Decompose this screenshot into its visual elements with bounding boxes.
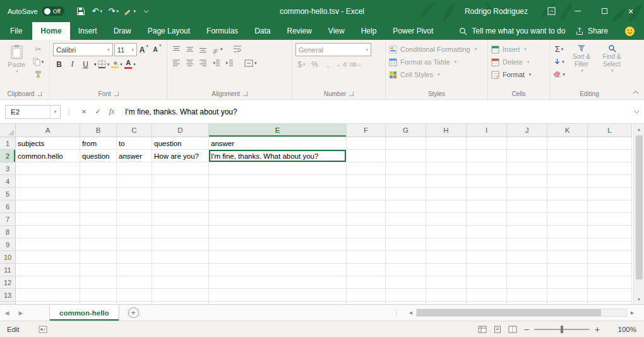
zoom-out-button[interactable]: −: [520, 324, 533, 334]
cell-D11[interactable]: [152, 264, 209, 276]
font-color-dropdown-icon[interactable]: ▾: [133, 62, 136, 67]
cell-G13[interactable]: [386, 289, 426, 302]
number-dialog-launcher-icon[interactable]: [349, 92, 354, 96]
clear-button[interactable]: ▾: [553, 68, 565, 80]
fill-button[interactable]: ▾: [553, 56, 565, 68]
accounting-dropdown-icon[interactable]: ▾: [303, 62, 306, 67]
borders-dropdown-icon[interactable]: ▾: [107, 62, 110, 67]
cell-styles-dropdown-icon[interactable]: ▾: [438, 72, 440, 77]
comma-style-button[interactable]: ,: [322, 58, 334, 70]
cell-F9[interactable]: [347, 238, 386, 251]
feedback-button[interactable]: [624, 22, 635, 40]
horizontal-scroll-thumb[interactable]: [417, 309, 601, 316]
borders-button[interactable]: ▾: [98, 58, 110, 70]
grow-font-button[interactable]: A▲: [138, 44, 150, 56]
tab-review[interactable]: Review: [278, 22, 319, 40]
cell-K7[interactable]: [547, 213, 588, 226]
cell-I7[interactable]: [467, 213, 507, 226]
zoom-in-button[interactable]: +: [591, 324, 604, 334]
cut-button[interactable]: ✂: [32, 43, 44, 55]
paste-button[interactable]: Paste ▾: [3, 43, 30, 80]
cell-C11[interactable]: [117, 264, 152, 276]
cell-D2[interactable]: How are you?: [152, 150, 209, 162]
column-header-J[interactable]: J: [507, 124, 547, 137]
orientation-button[interactable]: ab▾: [210, 43, 223, 55]
tab-view[interactable]: View: [320, 22, 353, 40]
cancel-button[interactable]: ×: [77, 105, 91, 119]
cell-E11[interactable]: [209, 264, 347, 276]
cell-H9[interactable]: [426, 238, 467, 251]
redo-button[interactable]: ↷▾: [106, 3, 121, 20]
cell-I9[interactable]: [467, 238, 507, 251]
cell-I3[interactable]: [467, 162, 507, 175]
cell-B7[interactable]: [80, 213, 117, 226]
center-button[interactable]: [184, 57, 196, 69]
autosave-switch[interactable]: Off: [42, 6, 64, 16]
tab-file[interactable]: File: [0, 22, 32, 40]
tab-formulas[interactable]: Formulas: [198, 22, 246, 40]
cell-B10[interactable]: [80, 251, 117, 264]
cell-B11[interactable]: [80, 264, 117, 276]
normal-view-button[interactable]: [475, 322, 490, 336]
cell-E2[interactable]: I'm fine, thanks. What about you?: [209, 150, 347, 162]
user-name[interactable]: Rodrigo Rodriguez: [465, 7, 528, 16]
expand-formula-bar-button[interactable]: [629, 110, 644, 114]
minimize-button[interactable]: [564, 0, 591, 22]
cell-G3[interactable]: [386, 162, 426, 175]
zoom-slider[interactable]: [534, 329, 590, 330]
cell-J7[interactable]: [507, 213, 547, 226]
customize-qat-button[interactable]: [139, 3, 154, 20]
shrink-font-button[interactable]: A▼: [152, 44, 164, 56]
fill-color-dropdown-icon[interactable]: ▾: [120, 62, 122, 67]
cell-G1[interactable]: [386, 137, 426, 150]
cell-L1[interactable]: [588, 137, 632, 150]
cell-I8[interactable]: [467, 226, 507, 238]
font-dialog-launcher-icon[interactable]: [114, 92, 119, 96]
cell-C12[interactable]: [117, 276, 152, 289]
cell-B9[interactable]: [80, 238, 117, 251]
row-header-2[interactable]: 2: [0, 150, 16, 162]
cell-A5[interactable]: [16, 188, 80, 200]
cell-L4[interactable]: [588, 175, 632, 188]
sheet-tab-common-hello[interactable]: common-hello: [49, 305, 119, 321]
cell-J1[interactable]: [507, 137, 547, 150]
name-box[interactable]: E2 ▾: [5, 105, 61, 119]
format-as-table-dropdown-icon[interactable]: ▾: [455, 59, 457, 64]
format-as-table-button[interactable]: Format as Table ▾: [389, 56, 484, 68]
cell-E13[interactable]: [209, 289, 347, 302]
row-header-8[interactable]: 8: [0, 226, 16, 238]
cell-H4[interactable]: [426, 175, 467, 188]
clear-dropdown-icon[interactable]: ▾: [563, 72, 565, 77]
cell-E1[interactable]: answer: [209, 137, 347, 150]
zoom-level[interactable]: 100%: [609, 326, 636, 333]
cell-B13[interactable]: [80, 289, 117, 302]
underline-button[interactable]: U: [80, 58, 92, 70]
row-header-5[interactable]: 5: [0, 188, 16, 200]
cell-I6[interactable]: [467, 200, 507, 213]
sheet-nav-left-icon[interactable]: ◀: [0, 310, 14, 316]
cell-H8[interactable]: [426, 226, 467, 238]
format-cells-button[interactable]: Format ▾: [491, 68, 546, 81]
cell-G12[interactable]: [386, 276, 426, 289]
cell-D7[interactable]: [152, 213, 209, 226]
cell-B4[interactable]: [80, 175, 117, 188]
cell-J2[interactable]: [507, 150, 547, 162]
cell-L12[interactable]: [588, 276, 632, 289]
cell-K4[interactable]: [547, 175, 588, 188]
cell-L9[interactable]: [588, 238, 632, 251]
cell-K11[interactable]: [547, 264, 588, 276]
cell-K10[interactable]: [547, 251, 588, 264]
autosave-toggle[interactable]: AutoSave Off: [8, 6, 64, 16]
cell-D8[interactable]: [152, 226, 209, 238]
scroll-down-icon[interactable]: ▼: [634, 294, 644, 304]
cell-F1[interactable]: [347, 137, 386, 150]
cell-L11[interactable]: [588, 264, 632, 276]
bold-button[interactable]: B: [53, 58, 65, 70]
underline-dropdown-icon[interactable]: ▾: [94, 62, 97, 67]
top-align-button[interactable]: [170, 43, 182, 55]
share-button[interactable]: Share: [575, 22, 608, 40]
undo-button[interactable]: ↶▾: [90, 3, 105, 20]
number-format-combo[interactable]: General▾: [295, 43, 371, 56]
cell-F12[interactable]: [347, 276, 386, 289]
cell-I11[interactable]: [467, 264, 507, 276]
